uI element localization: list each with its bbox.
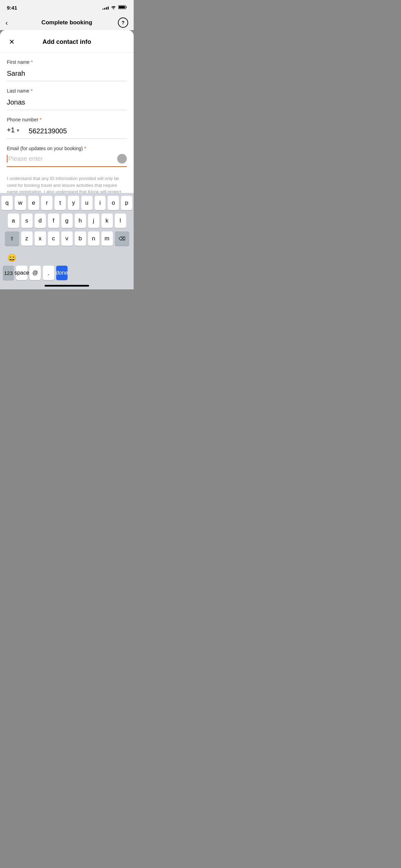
required-star: * [31, 59, 33, 65]
first-name-label: First name * [7, 59, 127, 65]
email-field: Email (for updates on your booking) * Pl… [7, 139, 127, 167]
keyboard: q w e r t y u i o p a s d f g h j k l ⇧ … [0, 193, 134, 289]
nav-title: Complete booking [41, 19, 92, 26]
phone-number-label: Phone number * [7, 117, 127, 122]
key-f[interactable]: f [48, 214, 59, 228]
last-name-label: Last name * [7, 88, 127, 94]
svg-rect-2 [119, 6, 125, 8]
status-icons [102, 5, 127, 10]
key-j[interactable]: j [88, 214, 99, 228]
required-star-3: * [40, 117, 41, 122]
key-u[interactable]: u [81, 196, 93, 210]
key-z[interactable]: z [21, 231, 33, 246]
key-w[interactable]: w [15, 196, 26, 210]
key-b[interactable]: b [75, 231, 86, 246]
at-key[interactable]: @ [29, 266, 41, 280]
key-h[interactable]: h [75, 214, 86, 228]
key-g[interactable]: g [61, 214, 73, 228]
modal-sheet: ✕ Add contact info First name * Last nam… [0, 30, 134, 289]
first-name-input[interactable] [7, 68, 127, 81]
key-d[interactable]: d [35, 214, 46, 228]
keyboard-row-3: ⇧ z x c v b n m ⌫ [1, 231, 132, 246]
email-clear-button[interactable] [117, 154, 127, 164]
key-q[interactable]: q [1, 196, 13, 210]
emoji-row: 😄 [1, 249, 132, 266]
chevron-down-icon: ▾ [17, 128, 19, 133]
back-button[interactable]: ‹ [5, 19, 16, 27]
home-indicator [45, 285, 89, 287]
emoji-button[interactable]: 😄 [4, 251, 19, 266]
key-e[interactable]: e [28, 196, 39, 210]
keyboard-bottom-row: 123 space @ . done [1, 266, 132, 280]
email-input-row[interactable]: Please enter [7, 154, 127, 167]
key-x[interactable]: x [35, 231, 46, 246]
required-star-4: * [84, 146, 86, 151]
email-placeholder: Please enter [8, 155, 117, 162]
first-name-field: First name * [7, 52, 127, 81]
key-v[interactable]: v [61, 231, 73, 246]
key-i[interactable]: i [95, 196, 106, 210]
key-k[interactable]: k [101, 214, 113, 228]
space-key[interactable]: space [16, 266, 27, 280]
help-button[interactable]: ? [118, 17, 128, 28]
modal-header: ✕ Add contact info [0, 30, 134, 52]
key-p[interactable]: p [121, 196, 132, 210]
phone-row: +1 ▾ [7, 125, 127, 139]
key-y[interactable]: y [68, 196, 79, 210]
wifi-icon [111, 5, 116, 10]
signal-icon [102, 5, 109, 10]
status-bar: 9:41 [0, 0, 134, 15]
home-indicator-area [1, 283, 132, 289]
country-code-selector[interactable]: +1 ▾ [7, 126, 23, 134]
required-star-2: * [31, 88, 32, 94]
key-o[interactable]: o [108, 196, 119, 210]
close-button[interactable]: ✕ [7, 37, 16, 47]
form-container: First name * Last name * Phone number * … [0, 52, 134, 202]
period-key[interactable]: . [43, 266, 54, 280]
country-code: +1 [7, 126, 15, 134]
key-c[interactable]: c [48, 231, 59, 246]
phone-number-input[interactable] [23, 125, 127, 135]
key-t[interactable]: t [54, 196, 66, 210]
key-n[interactable]: n [88, 231, 99, 246]
email-label: Email (for updates on your booking) * [7, 146, 127, 151]
last-name-field: Last name * [7, 81, 127, 110]
key-r[interactable]: r [41, 196, 52, 210]
last-name-input[interactable] [7, 96, 127, 110]
status-time: 9:41 [7, 5, 17, 11]
battery-icon [118, 5, 127, 10]
keyboard-row-2: a s d f g h j k l [1, 214, 132, 228]
key-l[interactable]: l [115, 214, 126, 228]
text-cursor [7, 155, 8, 162]
keyboard-row-1: q w e r t y u i o p [1, 196, 132, 210]
phone-number-field: Phone number * +1 ▾ [7, 110, 127, 139]
shift-key[interactable]: ⇧ [5, 231, 19, 246]
numbers-key[interactable]: 123 [3, 266, 14, 280]
key-a[interactable]: a [8, 214, 19, 228]
key-m[interactable]: m [101, 231, 113, 246]
modal-title: Add contact info [16, 38, 117, 46]
done-key[interactable]: done [56, 266, 68, 280]
backspace-key[interactable]: ⌫ [115, 231, 129, 246]
svg-rect-1 [126, 7, 127, 8]
key-s[interactable]: s [21, 214, 33, 228]
nav-bar: ‹ Complete booking ? [0, 15, 134, 30]
